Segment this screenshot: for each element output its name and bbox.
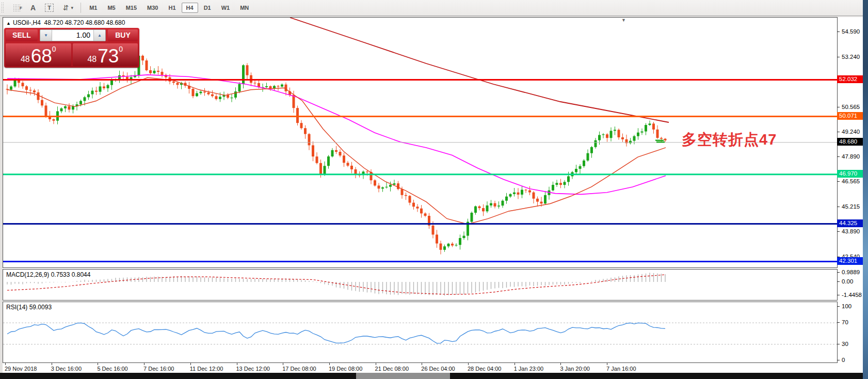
macd-canvas[interactable] [3, 270, 837, 300]
timeframe-button-h4[interactable]: H4 [182, 3, 198, 13]
time-axis-tick [560, 363, 561, 365]
timeframe-button-m15[interactable]: M15 [121, 3, 141, 13]
bid-price-button[interactable]: 48680 [6, 43, 71, 66]
time-axis-label: 28 Dec 04:00 [468, 366, 501, 372]
rsi-axis-tick [837, 360, 840, 360]
timeframe-button-m1[interactable]: M1 [85, 3, 102, 13]
price-axis-label: 47.890 [842, 153, 860, 160]
bid-prefix: 48 [21, 54, 30, 65]
volume-input[interactable]: 1.00 [52, 30, 93, 41]
time-axis-tick [515, 363, 515, 365]
ask-prefix: 48 [87, 54, 97, 65]
price-axis-tick [837, 156, 840, 157]
price-axis-label: 54.590 [842, 28, 860, 35]
bid-big-digits: 68 [31, 48, 52, 65]
taskbar-item[interactable] [356, 373, 450, 379]
time-axis-tick [144, 363, 144, 365]
time-axis-label: 13 Dec 12:00 [236, 366, 270, 372]
time-axis-label: 3 Jan 20:00 [560, 366, 590, 372]
time-axis-tick [329, 363, 330, 365]
timeframe-button-m30[interactable]: M30 [142, 3, 163, 13]
price-badge: 48.680 [837, 138, 863, 146]
chevron-down-icon[interactable]: ▾ [71, 5, 74, 10]
rsi-label: RSI(14) 59.0093 [6, 304, 52, 311]
chart-frame: 多空转折点47 MACD(12,26,9) 0.7533 0.8044 RSI(… [3, 17, 863, 373]
time-axis-tick [468, 363, 469, 365]
text-box-icon[interactable]: T [45, 4, 54, 12]
price-axis-tick [837, 31, 840, 32]
toolbar-grip[interactable] [1, 2, 4, 13]
price-axis-label: 45.215 [842, 203, 860, 210]
price-axis-label: 49.240 [842, 129, 860, 135]
time-axis-tick [237, 363, 237, 365]
price-badge: 42.301 [837, 257, 863, 265]
sell-button[interactable]: SELL [6, 29, 38, 41]
price-badge: 52.032 [837, 75, 863, 83]
macd-panel[interactable]: MACD(12,26,9) 0.7533 0.8044 [3, 269, 838, 301]
time-axis-label: 5 Dec 16:00 [97, 366, 127, 372]
pattern-list-icon[interactable]: F [13, 4, 21, 11]
rsi-axis-tick [837, 322, 840, 323]
price-axis-tick [837, 57, 840, 57]
time-axis-tick [52, 363, 52, 365]
rsi-axis-label: 30 [842, 341, 848, 347]
macd-axis-tick [837, 272, 840, 273]
symbol-info-line[interactable]: ▲USOil-,H4 48.720 48.720 48.680 48.680 [6, 19, 125, 26]
ask-big-digits: 73 [98, 48, 119, 65]
time-axis-label: 21 Dec 08:00 [375, 366, 409, 372]
text-label-icon[interactable]: A [30, 3, 36, 13]
time-axis-label: 17 Dec 08:00 [282, 366, 316, 372]
time-axis-label: 7 Jan 16:00 [606, 366, 636, 372]
macd-axis-label: 0.9889 [842, 269, 860, 275]
timeframe-button-h1[interactable]: H1 [164, 3, 181, 13]
price-axis-tick [837, 132, 840, 132]
pattern-list-icon-label: F [20, 3, 22, 13]
macd-axis-label: -1.4458 [842, 292, 862, 298]
price-axis-tick [837, 231, 840, 232]
chart-scroll-marker-icon[interactable]: ▼ [621, 18, 626, 23]
volume-decrease-icon[interactable]: ▼ [40, 30, 52, 41]
rsi-axis-tick [837, 344, 840, 344]
price-axis-tick [837, 181, 840, 182]
time-axis-label: 11 Dec 12:00 [190, 366, 223, 372]
time-axis-tick [283, 363, 283, 365]
timeframe-button-m5[interactable]: M5 [103, 3, 120, 13]
timeframe-button-mn[interactable]: MN [235, 3, 253, 13]
timeframe-button-d1[interactable]: D1 [199, 3, 216, 13]
symbol-title: USOil-,H4 [13, 19, 41, 26]
timeframe-button-w1[interactable]: W1 [217, 3, 235, 13]
toolbar: F A T ⇵ ▾ M1M5M15M30H1H4D1W1MN [0, 0, 863, 16]
mt4-window: F A T ⇵ ▾ M1M5M15M30H1H4D1W1MN 多空转折点47 M… [0, 0, 868, 379]
ask-pipette: 0 [119, 45, 123, 53]
desktop-edge [863, 0, 868, 379]
buy-button[interactable]: BUY [108, 29, 138, 41]
rsi-axis-label: 70 [842, 319, 848, 325]
time-axis-label: 29 Nov 2018 [5, 366, 37, 372]
price-badge: 46.970 [837, 170, 863, 178]
rsi-canvas[interactable] [3, 302, 837, 362]
volume-increase-icon[interactable]: ▲ [93, 30, 105, 41]
symbol-quotes: 48.720 48.720 48.680 48.680 [44, 19, 125, 26]
arrow-style-icon[interactable]: ⇵ [63, 3, 69, 13]
time-axis-tick [190, 363, 191, 365]
macd-label: MACD(12,26,9) 0.7533 0.8044 [6, 271, 90, 278]
timeframe-button-group: M1M5M15M30H1H4D1W1MN [84, 3, 254, 13]
time-axis-tick [5, 363, 6, 365]
price-badge: 44.325 [837, 219, 863, 227]
chart-annotation-text: 多空转折点47 [682, 130, 777, 150]
price-axis-label: 50.565 [842, 104, 860, 110]
rsi-panel[interactable]: RSI(14) 59.0093 [3, 302, 838, 363]
toolbar-separator [81, 3, 81, 13]
time-axis-label: 3 Dec 16:00 [51, 366, 82, 372]
symbol-collapse-icon[interactable]: ▲ [6, 21, 11, 26]
macd-axis-label: 0.00 [842, 278, 853, 285]
time-axis-label: 26 Dec 04:00 [421, 366, 455, 372]
time-axis-tick [422, 363, 422, 365]
ask-price-button[interactable]: 48730 [73, 43, 138, 66]
price-axis-label: 46.565 [842, 178, 860, 184]
rsi-axis-label: 0 [842, 357, 845, 363]
price-axis-label: 53.240 [842, 54, 860, 60]
time-axis-label: 1 Jan 23:00 [514, 366, 544, 372]
time-axis-tick [98, 363, 98, 365]
price-axis-label: 43.890 [842, 228, 860, 234]
